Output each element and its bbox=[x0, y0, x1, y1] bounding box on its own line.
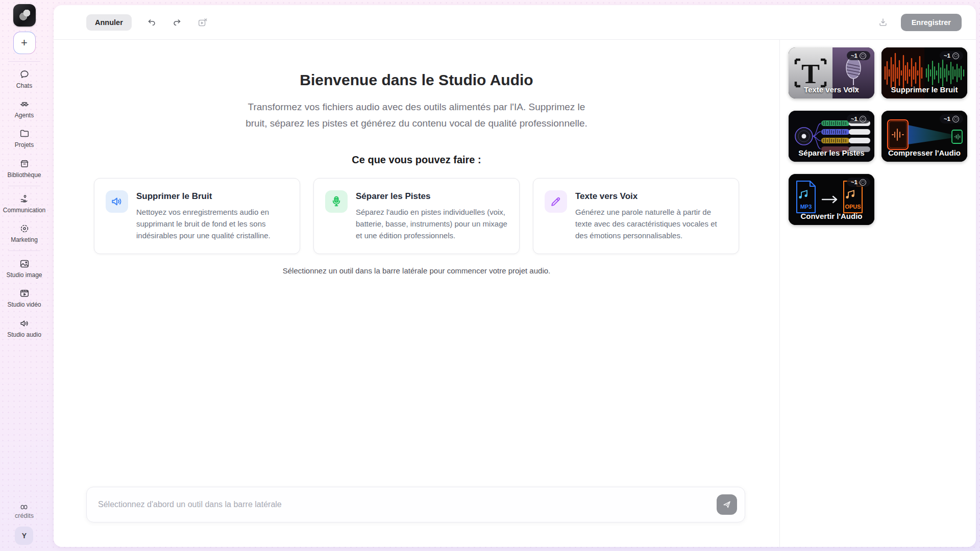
divider bbox=[8, 61, 40, 62]
sidebar-item-label: Studio audio bbox=[7, 332, 41, 338]
feature-title: Supprimer le Bruit bbox=[136, 191, 288, 202]
redo-icon[interactable] bbox=[172, 17, 183, 28]
sidebar-item-library[interactable]: Bibliothèque bbox=[0, 158, 48, 179]
divider bbox=[8, 186, 40, 186]
tools-panel: T ~1 Texte vers Voix bbox=[779, 40, 976, 547]
welcome-area: Bienvenue dans le Studio Audio Transform… bbox=[54, 40, 779, 547]
image-icon bbox=[19, 258, 30, 269]
feature-card-separate: Séparer les Pistes Séparez l'audio en pi… bbox=[313, 178, 520, 254]
tool-tile-compress[interactable]: ~1 Compresser l'Audio bbox=[881, 111, 967, 162]
sidebar-item-projects[interactable]: Projets bbox=[0, 128, 48, 148]
tool-tile-denoise[interactable]: ~1 Supprimer le Bruit bbox=[881, 47, 967, 98]
feature-card-tts: Texte vers Voix Générez une parole natur… bbox=[533, 178, 739, 254]
toolbar: Annuler Enregistrer bbox=[54, 5, 976, 40]
section-title: Ce que vous pouvez faire : bbox=[352, 154, 481, 166]
microphone-icon bbox=[325, 190, 348, 213]
speaker-icon bbox=[19, 318, 30, 329]
svg-text:T: T bbox=[801, 59, 820, 89]
sidebar-item-studio-video[interactable]: Studio vidéo bbox=[0, 288, 48, 308]
folder-icon bbox=[19, 128, 30, 139]
sidebar-item-label: Chats bbox=[16, 83, 32, 89]
download-icon[interactable] bbox=[877, 17, 889, 28]
credit-cost: ~1 bbox=[851, 179, 857, 185]
credit-badge: ~1 bbox=[847, 114, 870, 123]
clear-media-icon[interactable] bbox=[197, 17, 208, 28]
divider bbox=[8, 251, 40, 251]
prompt-input[interactable] bbox=[98, 500, 710, 509]
target-icon bbox=[19, 223, 30, 234]
cancel-button[interactable]: Annuler bbox=[86, 14, 132, 31]
feature-title: Séparer les Pistes bbox=[356, 191, 508, 202]
hand-heart-icon bbox=[19, 193, 30, 205]
paper-plane-icon bbox=[722, 499, 732, 510]
plus-icon: + bbox=[21, 36, 28, 49]
save-button[interactable]: Enregistrer bbox=[901, 14, 962, 31]
sidebar-item-label: Marketing bbox=[11, 237, 38, 243]
new-chat-button[interactable]: + bbox=[13, 32, 36, 54]
feature-cards: Supprimer le Bruit Nettoyez vos enregist… bbox=[94, 178, 739, 254]
coin-icon bbox=[860, 53, 866, 59]
user-avatar[interactable]: Y bbox=[15, 527, 33, 545]
tool-tile-text-to-speech[interactable]: T ~1 Texte vers Voix bbox=[789, 47, 874, 98]
sidebar-item-studio-audio[interactable]: Studio audio bbox=[0, 318, 48, 338]
feature-description: Séparez l'audio en pistes individuelles … bbox=[356, 206, 508, 242]
coin-icon bbox=[860, 179, 866, 186]
credits-label: crédits bbox=[15, 512, 34, 519]
feature-description: Nettoyez vos enregistrements audio en su… bbox=[136, 206, 288, 242]
credit-cost: ~1 bbox=[851, 116, 857, 122]
agents-icon bbox=[19, 98, 30, 110]
sidebar-item-agents[interactable]: Agents bbox=[0, 98, 48, 119]
chat-icon bbox=[19, 69, 30, 80]
feature-card-denoise: Supprimer le Bruit Nettoyez vos enregist… bbox=[94, 178, 300, 254]
credit-cost: ~1 bbox=[944, 53, 950, 59]
page-subtitle: Transformez vos fichiers audio avec des … bbox=[240, 99, 593, 132]
page-title: Bienvenue dans le Studio Audio bbox=[300, 71, 533, 89]
video-icon bbox=[19, 288, 30, 299]
sidebar-item-marketing[interactable]: Marketing bbox=[0, 223, 48, 243]
infinity-icon bbox=[19, 504, 29, 511]
sidebar-item-label: Projets bbox=[15, 142, 34, 148]
sidebar-item-communication[interactable]: Communication bbox=[0, 193, 48, 214]
credit-badge: ~1 bbox=[847, 51, 870, 60]
sidebar-item-label: Studio image bbox=[6, 272, 42, 279]
main-card: Annuler Enregistrer Bienvenue dans le St… bbox=[54, 5, 976, 547]
prompt-bar bbox=[86, 487, 745, 522]
feature-description: Générez une parole naturelle à partir de… bbox=[575, 206, 727, 242]
sidebar-item-studio-image[interactable]: Studio image bbox=[0, 258, 48, 279]
credits-indicator[interactable]: crédits bbox=[15, 504, 34, 519]
coin-icon bbox=[952, 53, 959, 59]
svg-text:OPUS: OPUS bbox=[845, 204, 861, 210]
workspace-avatar[interactable] bbox=[13, 4, 36, 27]
speaker-icon bbox=[106, 190, 128, 213]
left-sidebar: + Chats Agents Projets Bibliothèque Comm… bbox=[0, 0, 48, 551]
coin-icon bbox=[860, 116, 866, 122]
tool-tile-convert[interactable]: MP3 OPUS ~1 Conver bbox=[789, 174, 874, 225]
sidebar-item-label: Studio vidéo bbox=[7, 302, 41, 308]
svg-text:MP3: MP3 bbox=[800, 204, 812, 210]
credit-cost: ~1 bbox=[851, 53, 857, 59]
sidebar-item-label: Bibliothèque bbox=[7, 172, 41, 179]
sidebar-item-label: Agents bbox=[15, 112, 34, 119]
credit-badge: ~1 bbox=[847, 178, 870, 187]
archive-box-icon bbox=[19, 158, 30, 169]
tool-tile-separate-tracks[interactable]: ~1 Séparer les Pistes bbox=[789, 111, 874, 162]
credit-badge: ~1 bbox=[940, 51, 963, 60]
user-initial: Y bbox=[22, 532, 27, 540]
send-button[interactable] bbox=[717, 494, 737, 515]
helper-text: Sélectionnez un outil dans la barre laté… bbox=[283, 266, 550, 275]
feature-title: Texte vers Voix bbox=[575, 191, 727, 202]
credit-badge: ~1 bbox=[940, 114, 963, 123]
pen-icon bbox=[545, 190, 567, 213]
sidebar-item-label: Communication bbox=[3, 207, 45, 214]
undo-icon[interactable] bbox=[146, 17, 157, 28]
credit-cost: ~1 bbox=[944, 116, 950, 122]
coin-icon bbox=[952, 116, 959, 122]
sidebar-item-chats[interactable]: Chats bbox=[0, 69, 48, 89]
